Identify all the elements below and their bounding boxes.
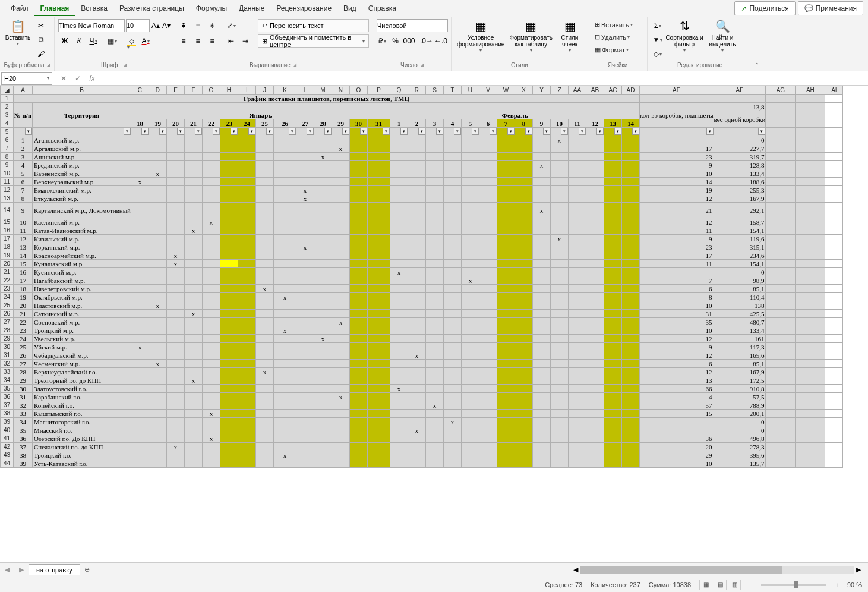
insert-cells-button[interactable]: ⊞Вставить▾ bbox=[592, 19, 643, 30]
bold-button[interactable]: Ж bbox=[58, 34, 71, 48]
cell-npp[interactable]: 10 bbox=[14, 218, 33, 226]
cell-weight[interactable]: 135,7 bbox=[714, 459, 766, 468]
cell-day[interactable] bbox=[568, 393, 586, 401]
cell-day[interactable] bbox=[149, 153, 166, 161]
cell-day[interactable] bbox=[255, 243, 273, 251]
cell-day[interactable] bbox=[497, 218, 515, 226]
cell-day[interactable] bbox=[443, 235, 461, 243]
find-select-button[interactable]: 🔍Найти и выделить▾ bbox=[705, 19, 740, 61]
cell-day[interactable] bbox=[314, 169, 332, 178]
comments-button[interactable]: 💬Примечания bbox=[798, 1, 863, 15]
cell-day[interactable] bbox=[425, 260, 443, 268]
cell-day[interactable] bbox=[621, 326, 639, 335]
cell-day[interactable] bbox=[220, 393, 238, 401]
indent-increase-icon[interactable]: ⇥ bbox=[239, 34, 252, 48]
cell-day[interactable] bbox=[408, 385, 425, 393]
cell-day[interactable] bbox=[479, 301, 497, 310]
cell-day[interactable] bbox=[131, 426, 149, 434]
cell-day[interactable] bbox=[332, 326, 349, 335]
cell-day[interactable] bbox=[314, 301, 332, 310]
wrap-text-button[interactable]: ↩Переносить текст bbox=[258, 19, 369, 32]
col-header-E[interactable]: E bbox=[166, 86, 184, 95]
cell-day[interactable] bbox=[568, 293, 586, 301]
cell-day[interactable] bbox=[332, 443, 349, 451]
cell-day[interactable] bbox=[408, 368, 425, 376]
cell-day[interactable] bbox=[184, 243, 202, 251]
cell-day[interactable] bbox=[479, 243, 497, 251]
cell-territory[interactable]: Усть-Катавский г.о. bbox=[33, 459, 131, 468]
cell-day[interactable] bbox=[184, 136, 202, 144]
zoom-in-icon[interactable]: + bbox=[835, 581, 838, 588]
cell-day[interactable] bbox=[273, 443, 296, 451]
cell-day[interactable] bbox=[314, 285, 332, 293]
col-header-AG[interactable]: AG bbox=[766, 86, 796, 95]
cell-day[interactable] bbox=[586, 194, 604, 203]
cell-day[interactable] bbox=[184, 451, 202, 459]
cell-day[interactable] bbox=[604, 318, 621, 326]
cell-day[interactable] bbox=[296, 268, 314, 276]
cell-day[interactable] bbox=[238, 393, 255, 401]
cell-day[interactable] bbox=[202, 418, 220, 426]
cell-day[interactable] bbox=[184, 335, 202, 343]
cell-day[interactable] bbox=[149, 136, 166, 144]
cell-day[interactable] bbox=[238, 459, 255, 468]
cell-day[interactable] bbox=[586, 144, 604, 153]
cell-boxes[interactable]: 36 bbox=[639, 434, 714, 443]
cell-territory[interactable]: Агаповский м.р. bbox=[33, 136, 131, 144]
cell-day[interactable] bbox=[621, 218, 639, 226]
font-name-select[interactable] bbox=[58, 19, 125, 32]
cell-day[interactable] bbox=[408, 318, 425, 326]
cell-day[interactable] bbox=[461, 161, 479, 169]
zoom-slider[interactable] bbox=[761, 584, 826, 586]
cell-day[interactable] bbox=[497, 318, 515, 326]
cell-day[interactable] bbox=[296, 169, 314, 178]
cell-day[interactable] bbox=[332, 161, 349, 169]
cell-day[interactable] bbox=[255, 218, 273, 226]
cell-day[interactable] bbox=[604, 326, 621, 335]
cell-day[interactable] bbox=[604, 169, 621, 178]
cell-day[interactable] bbox=[532, 260, 550, 268]
cell-day[interactable] bbox=[604, 178, 621, 186]
cell-day[interactable] bbox=[461, 194, 479, 203]
sheet-tab[interactable]: на отправку bbox=[29, 564, 80, 575]
cell-day[interactable] bbox=[131, 418, 149, 426]
cell-day[interactable] bbox=[220, 426, 238, 434]
cell-day[interactable] bbox=[461, 251, 479, 260]
cell-day[interactable] bbox=[332, 203, 349, 218]
cell-day[interactable] bbox=[532, 451, 550, 459]
cell-day[interactable] bbox=[586, 418, 604, 426]
cell-day[interactable] bbox=[166, 186, 184, 194]
cell-day[interactable] bbox=[220, 418, 238, 426]
cell-day[interactable] bbox=[550, 243, 568, 251]
cell-day[interactable] bbox=[349, 235, 367, 243]
cell-day[interactable] bbox=[296, 385, 314, 393]
cell-day[interactable] bbox=[367, 186, 390, 194]
cell-day[interactable] bbox=[443, 351, 461, 360]
cell-day[interactable] bbox=[273, 218, 296, 226]
cell-npp[interactable]: 39 bbox=[14, 459, 33, 468]
cell-day[interactable] bbox=[390, 136, 408, 144]
cell-day[interactable] bbox=[220, 368, 238, 376]
cell-day[interactable] bbox=[497, 459, 515, 468]
cell-weight[interactable]: 167,9 bbox=[714, 194, 766, 203]
cell-day[interactable] bbox=[586, 443, 604, 451]
cell-day[interactable] bbox=[621, 186, 639, 194]
cell-day[interactable] bbox=[550, 285, 568, 293]
cell-day[interactable] bbox=[497, 385, 515, 393]
cell-day[interactable] bbox=[568, 459, 586, 468]
decrease-decimal-icon[interactable]: ←.0 bbox=[434, 34, 447, 48]
cell-weight[interactable]: 227,7 bbox=[714, 144, 766, 153]
cell-day[interactable] bbox=[479, 268, 497, 276]
cell-day[interactable] bbox=[367, 418, 390, 426]
cell-boxes[interactable]: 17 bbox=[639, 144, 714, 153]
cell-day[interactable] bbox=[166, 434, 184, 443]
cell-day[interactable] bbox=[515, 360, 532, 368]
cell-day[interactable] bbox=[586, 186, 604, 194]
cell-day[interactable] bbox=[621, 401, 639, 410]
cell-day[interactable] bbox=[568, 310, 586, 318]
col-header-M[interactable]: M bbox=[314, 86, 332, 95]
cell-day[interactable] bbox=[238, 335, 255, 343]
cell-day[interactable] bbox=[497, 169, 515, 178]
cell-day[interactable] bbox=[332, 169, 349, 178]
cell-day[interactable] bbox=[550, 251, 568, 260]
